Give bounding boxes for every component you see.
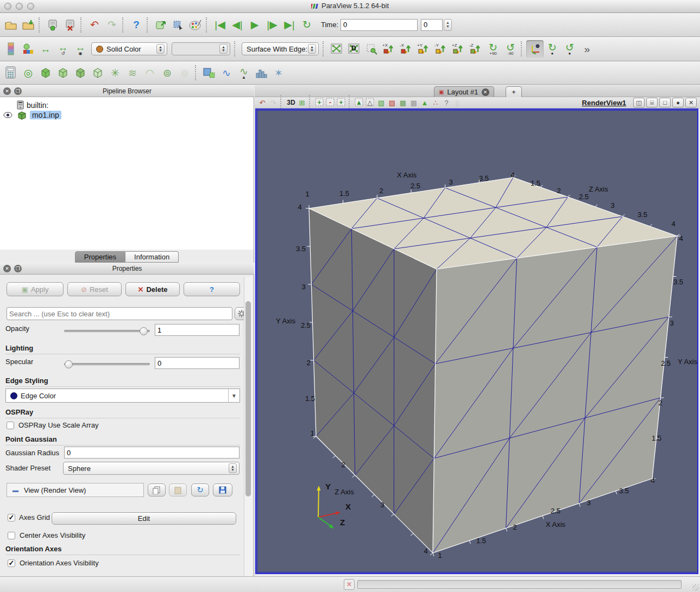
interactive-select-points-button[interactable]: ▩: [398, 97, 408, 108]
warp-filter-button[interactable]: ◠: [141, 64, 159, 81]
pipeline-float-button[interactable]: ❐: [14, 87, 22, 95]
select-block-button[interactable]: ▧: [376, 97, 387, 108]
edge-color-dropdown-arrow[interactable]: ▼: [228, 389, 239, 402]
abort-progress-button[interactable]: ✕: [344, 579, 355, 590]
toolbar-overflow-chevron[interactable]: »: [578, 40, 596, 58]
hover-cells-button[interactable]: ▩: [408, 97, 419, 108]
rotate-camera-ccw-button[interactable]: ↺●: [561, 40, 578, 58]
color-by-select[interactable]: Solid Color ▲▼: [91, 42, 167, 55]
plot-over-line-filter-button[interactable]: ∿: [218, 64, 235, 81]
save-data-button[interactable]: [20, 16, 37, 34]
contour-filter-button[interactable]: ◎: [20, 64, 37, 81]
stream-tracer-filter-button[interactable]: ≋: [124, 64, 141, 81]
set-view-plus-y-button[interactable]: +Y: [415, 40, 432, 58]
clear-selection-button[interactable]: ▯: [452, 97, 463, 108]
close-view-button[interactable]: ✕: [685, 98, 697, 107]
slice-filter-button[interactable]: [54, 64, 72, 81]
float-view-button[interactable]: ●: [672, 98, 684, 107]
properties-close-button[interactable]: ✕: [3, 265, 11, 272]
clip-filter-button[interactable]: [37, 64, 54, 81]
rotate-90-ccw-button[interactable]: ↺-90: [502, 40, 519, 58]
auto-apply-button[interactable]: [152, 16, 169, 34]
set-view-plus-x-button[interactable]: +X: [380, 40, 398, 58]
ospray-scale-checkbox[interactable]: [7, 422, 14, 429]
redo-button[interactable]: ↷: [103, 16, 121, 34]
view-section-selector[interactable]: ▬ View (Render View): [7, 483, 144, 497]
group-datasets-filter-button[interactable]: ⊚: [159, 64, 176, 81]
edge-color-select[interactable]: Edge Color ▼: [5, 389, 240, 403]
pipeline-item-mo1inp[interactable]: mo1.inp: [0, 109, 254, 120]
histogram-filter-button[interactable]: [253, 64, 270, 81]
edit-colormap-button[interactable]: [20, 40, 37, 58]
select-points-on-button[interactable]: -: [325, 97, 336, 108]
glyph-filter-button[interactable]: ✳: [106, 64, 124, 81]
orientation-axes-visibility-checkbox[interactable]: ✓: [8, 559, 15, 567]
interactive-select-cells-button[interactable]: ▨: [387, 97, 398, 108]
layout-tab-close-icon[interactable]: ✕: [482, 88, 489, 96]
properties-scrollbar[interactable]: [244, 277, 252, 576]
plot-selection-over-time-filter-button[interactable]: ∿▲: [235, 64, 253, 81]
color-palette-button[interactable]: [187, 16, 204, 34]
undo-button[interactable]: ↶: [86, 16, 103, 34]
selection-help-button[interactable]: ?: [441, 97, 452, 108]
open-file-button[interactable]: [2, 16, 20, 34]
center-axes-visibility-checkbox[interactable]: [8, 532, 15, 539]
set-view-minus-x-button[interactable]: -X: [398, 40, 415, 58]
rotate-90-cw-button[interactable]: ↻+90: [484, 40, 502, 58]
select-points-polygon-button[interactable]: △: [365, 97, 376, 108]
specular-slider-knob[interactable]: [65, 360, 73, 368]
zoom-to-data-button[interactable]: D: [345, 40, 363, 58]
pipeline-close-button[interactable]: ✕: [3, 87, 11, 95]
properties-scrollbar-thumb[interactable]: [245, 301, 251, 496]
extract-group-filter-button[interactable]: ⊚: [176, 64, 193, 81]
pipeline-item-label[interactable]: mo1.inp: [30, 111, 61, 119]
opacity-slider[interactable]: [64, 330, 150, 332]
tab-information[interactable]: Information: [125, 251, 179, 263]
select-cells-through-button[interactable]: +: [336, 97, 347, 108]
opacity-slider-knob[interactable]: [140, 327, 148, 335]
reset-camera-button[interactable]: [328, 40, 345, 58]
shader-preset-select[interactable]: Sphere ▲▼: [63, 462, 239, 475]
representation-select[interactable]: Surface With Edge: ▲▼: [242, 42, 319, 55]
render-scene[interactable]: X Axis11.522.533.54Z Axis1.522.533.5443.…: [257, 111, 697, 572]
help-button[interactable]: ?: [128, 16, 145, 34]
gaussian-radius-input[interactable]: [64, 447, 239, 459]
color-legend-toggle[interactable]: [2, 40, 20, 58]
render-view[interactable]: X Axis11.522.533.54Z Axis1.522.533.5443.…: [255, 109, 698, 574]
first-frame-button[interactable]: |◀: [211, 16, 229, 34]
split-horizontal-button[interactable]: ◫: [633, 98, 645, 107]
select-cells-polygon-button[interactable]: ▲: [354, 97, 365, 108]
specular-input[interactable]: [155, 357, 239, 369]
connect-server-button[interactable]: [44, 16, 61, 34]
shrink-selection-button[interactable]: ∴: [430, 97, 441, 108]
axes-grid-edit-button[interactable]: Edit: [52, 512, 236, 525]
properties-float-button[interactable]: ❐: [14, 265, 22, 272]
camera-redo-button[interactable]: ↷: [268, 97, 279, 108]
save-view-properties-button[interactable]: [213, 483, 232, 496]
rescale-custom-button[interactable]: ↔↺: [54, 40, 72, 58]
disconnect-server-button[interactable]: [61, 16, 79, 34]
next-frame-button[interactable]: |▶: [263, 16, 281, 34]
set-view-minus-z-button[interactable]: -Z: [467, 40, 484, 58]
split-vertical-button[interactable]: ⌸: [646, 98, 658, 107]
visibility-eye-icon[interactable]: [3, 112, 12, 118]
pipeline-item-label[interactable]: builtin:: [27, 101, 48, 110]
axes-grid-checkbox[interactable]: ✓: [8, 514, 15, 521]
last-frame-button[interactable]: ▶|: [281, 16, 298, 34]
time-value-input[interactable]: [340, 19, 418, 31]
rescale-to-data-button[interactable]: ↔: [37, 40, 54, 58]
programmable-filter-button[interactable]: ✶: [270, 64, 287, 81]
reload-view-properties-button[interactable]: ↻: [191, 483, 209, 496]
select-display-button[interactable]: [169, 16, 187, 34]
properties-help-button[interactable]: ?: [184, 282, 240, 296]
reset-button[interactable]: ⊘ Reset: [67, 282, 122, 296]
pipeline-item-builtin[interactable]: builtin:: [0, 97, 254, 109]
adjust-camera-button[interactable]: ⊞: [297, 97, 307, 108]
loop-button[interactable]: ↻: [298, 16, 316, 34]
set-view-minus-y-button[interactable]: -Y: [432, 40, 450, 58]
specular-slider[interactable]: [64, 363, 150, 365]
rescale-visible-button[interactable]: ↔◉: [72, 40, 89, 58]
search-input[interactable]: [7, 307, 232, 320]
opacity-input[interactable]: [155, 324, 239, 336]
copy-view-properties-button[interactable]: [148, 483, 166, 496]
